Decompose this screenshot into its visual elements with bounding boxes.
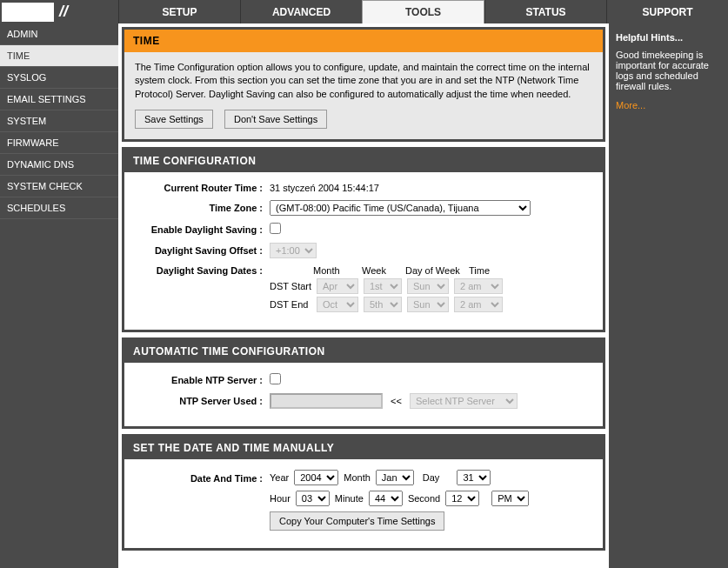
dst-col-month: Month bbox=[313, 265, 362, 276]
dst-end-time[interactable]: 2 am bbox=[454, 297, 503, 312]
nav-tools[interactable]: TOOLS bbox=[362, 0, 484, 23]
nav-advanced[interactable]: ADVANCED bbox=[240, 0, 362, 23]
hints-more-link[interactable]: More... bbox=[616, 100, 721, 110]
sidebar-schedules[interactable]: SCHEDULES bbox=[0, 197, 118, 219]
hour-select[interactable]: 03 bbox=[296, 491, 330, 506]
year-select[interactable]: 2004 bbox=[294, 470, 338, 485]
sidebar: ADMIN TIME SYSLOG EMAIL SETTINGS SYSTEM … bbox=[0, 23, 118, 568]
datetime-label: Date And Time : bbox=[135, 470, 270, 484]
hour-label: Hour bbox=[270, 493, 291, 504]
sidebar-ddns[interactable]: DYNAMIC DNS bbox=[0, 154, 118, 176]
time-config-title: TIME CONFIGURATION bbox=[124, 150, 603, 172]
dst-start-time[interactable]: 2 am bbox=[454, 278, 503, 294]
ntp-server-select[interactable]: Select NTP Server bbox=[410, 393, 518, 409]
manual-title: SET THE DATE AND TIME MANUALLY bbox=[124, 437, 603, 459]
current-time-value: 31 styczeń 2004 15:44:17 bbox=[270, 183, 592, 193]
sidebar-syscheck[interactable]: SYSTEM CHECK bbox=[0, 176, 118, 197]
dst-offset-label: Daylight Saving Offset : bbox=[135, 245, 270, 256]
day-select[interactable]: 31 bbox=[457, 470, 491, 485]
dst-enable-checkbox[interactable] bbox=[270, 223, 281, 234]
dst-offset-select[interactable]: +1:00 bbox=[270, 243, 317, 258]
dst-col-dow: Day of Week bbox=[405, 265, 469, 276]
logo-slash: // bbox=[56, 3, 68, 21]
nav-setup[interactable]: SETUP bbox=[118, 0, 240, 23]
sidebar-system[interactable]: SYSTEM bbox=[0, 110, 118, 132]
second-label: Second bbox=[408, 493, 440, 504]
second-select[interactable]: 12 bbox=[445, 491, 479, 506]
logo-area: // bbox=[0, 0, 118, 23]
hints-panel: Helpful Hints... Good timekeeping is imp… bbox=[609, 23, 728, 568]
ntp-arrow-icon: << bbox=[385, 396, 407, 406]
hints-text: Good timekeeping is important for accura… bbox=[616, 50, 721, 91]
save-settings-button[interactable]: Save Settings bbox=[135, 110, 213, 129]
dst-end-month[interactable]: Oct bbox=[317, 297, 358, 312]
dont-save-settings-button[interactable]: Don't Save Settings bbox=[224, 110, 327, 129]
dst-start-week[interactable]: 1st bbox=[364, 278, 402, 294]
nav-support[interactable]: SUPPORT bbox=[606, 0, 728, 23]
dst-dates-label: Daylight Saving Dates : bbox=[135, 265, 270, 276]
ntp-used-label: NTP Server Used : bbox=[135, 396, 270, 406]
ntp-enable-checkbox[interactable] bbox=[270, 373, 281, 384]
dst-col-week: Week bbox=[362, 265, 405, 276]
time-panel-title: TIME bbox=[124, 30, 603, 52]
time-description: The Time Configuration option allows you… bbox=[135, 61, 592, 101]
dst-start-month[interactable]: Apr bbox=[317, 278, 358, 294]
dst-start-dow[interactable]: Sun bbox=[407, 278, 449, 294]
timezone-label: Time Zone : bbox=[135, 203, 270, 213]
year-label: Year bbox=[270, 472, 289, 483]
sidebar-syslog[interactable]: SYSLOG bbox=[0, 67, 118, 89]
sidebar-email[interactable]: EMAIL SETTINGS bbox=[0, 89, 118, 110]
minute-label: Minute bbox=[335, 493, 364, 504]
current-time-label: Current Router Time : bbox=[135, 183, 270, 193]
ampm-select[interactable]: PM bbox=[491, 491, 529, 506]
dst-end-label: DST End bbox=[270, 299, 317, 310]
day-label: Day bbox=[423, 472, 440, 483]
dst-end-dow[interactable]: Sun bbox=[407, 297, 449, 312]
timezone-select[interactable]: (GMT-08:00) Pacific Time (US/Canada), Ti… bbox=[270, 200, 531, 216]
dst-col-time: Time bbox=[469, 265, 490, 276]
sidebar-firmware[interactable]: FIRMWARE bbox=[0, 132, 118, 154]
minute-select[interactable]: 44 bbox=[369, 491, 403, 506]
nav-status[interactable]: STATUS bbox=[484, 0, 606, 23]
month-label: Month bbox=[344, 472, 371, 483]
hints-title: Helpful Hints... bbox=[616, 32, 721, 43]
logo-block bbox=[2, 3, 54, 22]
ntp-server-input[interactable] bbox=[270, 393, 383, 409]
ntp-title: AUTOMATIC TIME CONFIGURATION bbox=[124, 340, 603, 363]
ntp-enable-label: Enable NTP Server : bbox=[135, 375, 270, 385]
dst-end-week[interactable]: 5th bbox=[364, 297, 402, 312]
dst-enable-label: Enable Daylight Saving : bbox=[135, 224, 270, 235]
month-select[interactable]: Jan bbox=[376, 470, 414, 485]
dst-start-label: DST Start bbox=[270, 281, 317, 291]
copy-computer-time-button[interactable]: Copy Your Computer's Time Settings bbox=[270, 511, 444, 531]
sidebar-admin[interactable]: ADMIN bbox=[0, 23, 118, 45]
sidebar-time[interactable]: TIME bbox=[0, 45, 118, 67]
